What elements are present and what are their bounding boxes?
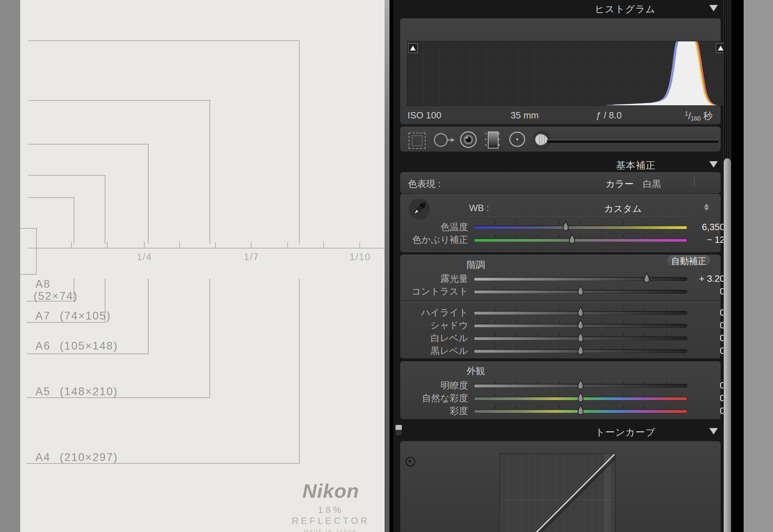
slider-track-bar[interactable] bbox=[474, 226, 687, 229]
slider-row: ハイライト0 bbox=[407, 306, 725, 319]
slider-thumb[interactable] bbox=[577, 307, 584, 317]
size-dims: (148×210) bbox=[60, 385, 118, 398]
scrollbar-track[interactable] bbox=[723, 0, 731, 160]
basic-collapse-icon[interactable] bbox=[709, 161, 718, 168]
slider-track-bar[interactable] bbox=[474, 238, 687, 242]
shutter-denominator: 160 bbox=[691, 115, 700, 122]
slider-label: 色かぶり補正 bbox=[407, 234, 468, 246]
slider-value[interactable]: 6,350 bbox=[688, 222, 725, 233]
slider-track[interactable] bbox=[474, 392, 687, 404]
slider-thumb[interactable] bbox=[577, 320, 584, 330]
histogram-collapse-icon[interactable] bbox=[709, 5, 718, 11]
slider-value[interactable]: 0 bbox=[688, 393, 725, 404]
bracket-a5-top bbox=[28, 100, 210, 101]
slider-label: 色温度 bbox=[407, 221, 468, 233]
slider-thumb[interactable] bbox=[577, 332, 584, 343]
slider-track[interactable] bbox=[474, 344, 687, 357]
histogram-panel-title[interactable]: ヒストグラム bbox=[595, 3, 656, 16]
slider-ticks bbox=[474, 221, 687, 226]
slider-row: 露光量+ 3.20 bbox=[407, 272, 725, 285]
tone-curve-grid[interactable] bbox=[500, 454, 615, 532]
size-dims: (74×105) bbox=[60, 310, 111, 322]
slider-label: 白レベル bbox=[407, 332, 468, 344]
slider-thumb[interactable] bbox=[577, 392, 584, 403]
radial-filter-tool-icon[interactable] bbox=[508, 131, 526, 147]
slider-value[interactable]: 0 bbox=[688, 286, 725, 297]
slider-track[interactable] bbox=[474, 404, 687, 417]
slider-thumb[interactable] bbox=[577, 286, 584, 296]
basic-panel-title[interactable]: 基本補正 bbox=[616, 159, 656, 172]
slider-label: コントラスト bbox=[407, 285, 468, 298]
iso-value: ISO 100 bbox=[408, 110, 441, 121]
shutter-numerator: 1 bbox=[685, 110, 688, 117]
photo-area-scrollbar[interactable] bbox=[385, 0, 390, 532]
paper-size-a4: A4 (210×297) bbox=[35, 451, 118, 464]
slider-track[interactable] bbox=[474, 221, 687, 233]
ruler-tick bbox=[71, 242, 72, 248]
brand-text: Nikon bbox=[279, 479, 382, 502]
presence-group: 外観 明瞭度0自然な彩度0彩度0 bbox=[400, 361, 721, 419]
treatment-color-button[interactable]: カラー bbox=[606, 178, 634, 190]
tone-curve-group bbox=[400, 441, 721, 532]
ruler-tick bbox=[215, 242, 216, 248]
divider bbox=[401, 123, 720, 124]
slider-value[interactable]: 0 bbox=[688, 380, 725, 391]
slider-label: 露光量 bbox=[407, 273, 468, 285]
shutter-unit: 秒 bbox=[703, 111, 713, 121]
slider-thumb[interactable] bbox=[577, 345, 584, 356]
treatment-bw-button[interactable]: 白黒 bbox=[643, 178, 661, 190]
slider-label: シャドウ bbox=[407, 319, 468, 332]
red-eye-tool-icon[interactable] bbox=[460, 131, 477, 148]
tone-curve-panel-switch[interactable] bbox=[395, 425, 402, 436]
slider-value[interactable]: 0 bbox=[688, 333, 725, 344]
bracket-a7-right-upper bbox=[105, 175, 105, 244]
slider-thumb[interactable] bbox=[643, 273, 651, 283]
focal-length-value: 35 mm bbox=[502, 110, 548, 121]
slider-value[interactable]: 0 bbox=[688, 320, 725, 331]
window-edge bbox=[731, 0, 744, 532]
size-name: A5 bbox=[35, 385, 51, 398]
slider-track[interactable] bbox=[474, 319, 687, 332]
presence-sliders: 明瞭度0自然な彩度0彩度0 bbox=[407, 379, 725, 417]
scrollbar-thumb[interactable] bbox=[724, 158, 731, 532]
slider-ticks bbox=[474, 272, 687, 277]
slider-track[interactable] bbox=[474, 272, 687, 285]
slider-thumb[interactable] bbox=[562, 221, 570, 232]
slider-value[interactable]: 0 bbox=[688, 307, 725, 318]
ruler-tick bbox=[179, 242, 180, 248]
tone-curve-panel-title[interactable]: トーンカーブ bbox=[595, 426, 656, 439]
slider-thumb[interactable] bbox=[577, 380, 584, 390]
histogram-display[interactable] bbox=[407, 41, 727, 106]
graduated-filter-tool-icon[interactable] bbox=[485, 131, 500, 147]
slider-thumb[interactable] bbox=[568, 234, 576, 245]
shadow-clipping-indicator[interactable] bbox=[408, 43, 418, 53]
wb-eyedropper-icon[interactable] bbox=[408, 198, 430, 220]
wb-preset-value[interactable]: カスタム bbox=[604, 203, 642, 215]
photo-canvas[interactable]: 1/41/71/10 6) A8 (52×74) A7 (74×105) A6 … bbox=[20, 0, 385, 532]
slider-track[interactable] bbox=[474, 306, 687, 319]
slider-track[interactable] bbox=[474, 285, 687, 298]
slider-track[interactable] bbox=[474, 332, 687, 344]
spot-removal-tool-icon[interactable] bbox=[433, 131, 455, 148]
crop-tool-icon[interactable] bbox=[409, 133, 426, 149]
slider-track[interactable] bbox=[474, 379, 687, 392]
slider-row: シャドウ0 bbox=[407, 319, 725, 332]
auto-tone-button[interactable]: 自動補正 bbox=[667, 255, 711, 267]
tone-curve-collapse-icon[interactable] bbox=[709, 428, 718, 434]
slider-value[interactable]: − 12 bbox=[688, 234, 725, 245]
bracket-a6-right-lower bbox=[148, 279, 149, 353]
target-adjustment-tool-icon[interactable] bbox=[405, 457, 415, 467]
slider-track[interactable] bbox=[474, 233, 687, 246]
made-in-japan-text: MADE IN JAPAN bbox=[279, 528, 382, 532]
presence-section-title: 外観 bbox=[467, 365, 485, 377]
slider-value[interactable]: + 3.20 bbox=[688, 273, 725, 284]
slider-thumb[interactable] bbox=[577, 405, 584, 416]
slider-value[interactable]: 0 bbox=[688, 345, 725, 356]
slider-track-bar[interactable] bbox=[474, 277, 687, 281]
size-dims: (105×148) bbox=[60, 340, 118, 352]
bracket-a5-right-lower bbox=[209, 279, 210, 397]
slider-value[interactable]: 0 bbox=[688, 405, 725, 416]
partial-size-label: 6) bbox=[20, 261, 21, 273]
nikon-logo: Nikon 18% REFLECTOR MADE IN JAPAN bbox=[279, 479, 382, 532]
wb-preset-stepper-icon[interactable] bbox=[704, 203, 709, 211]
